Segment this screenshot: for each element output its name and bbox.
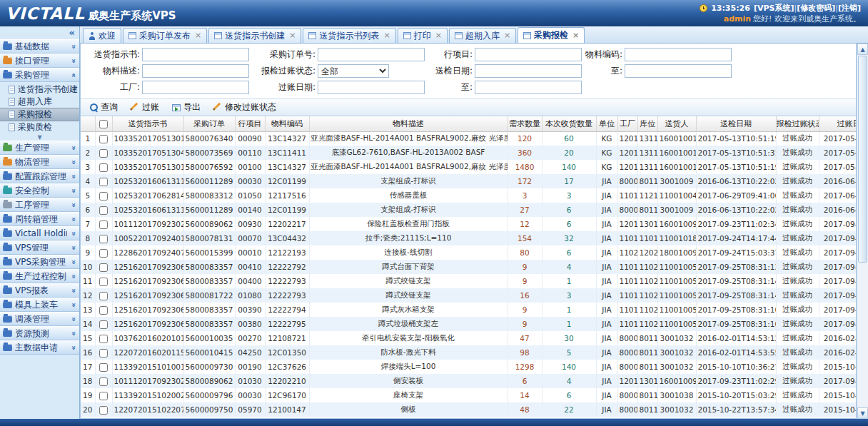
row-checkbox[interactable] — [99, 249, 108, 258]
tab-close-icon[interactable]: × — [504, 32, 510, 39]
tab-close-icon[interactable]: × — [435, 32, 442, 39]
scroll-down-icon[interactable]: ▼ — [857, 407, 868, 419]
sidebar-item[interactable]: 基础数据» — [0, 39, 79, 54]
table-row[interactable]: 310335201705130158000765920010013C14327亚… — [81, 160, 856, 174]
tab-close-icon[interactable]: × — [289, 32, 296, 39]
table-row[interactable]: 2012207201510220756000097500597012100147… — [81, 402, 856, 417]
tab-close-icon[interactable]: × — [383, 32, 390, 39]
tab-overdue-inbound[interactable]: 超期入库× — [449, 28, 516, 43]
factory-input[interactable] — [142, 81, 249, 94]
table-row[interactable]: 1510376201602010156000100350027012108721… — [81, 331, 856, 345]
posting-status-select[interactable]: 全部 — [318, 64, 389, 78]
sidebar-subitem[interactable]: 采购质检 — [0, 121, 79, 133]
row-checkbox[interactable] — [99, 320, 108, 329]
table-row[interactable]: 1212516201709230658000817220108012222793… — [81, 288, 856, 303]
sidebar-item[interactable]: 安全控制» — [0, 183, 79, 198]
change-password-link[interactable]: [修改密码] — [797, 4, 835, 13]
tab-delivery-note-list[interactable]: 送货指示书列表× — [303, 28, 395, 43]
row-checkbox[interactable] — [99, 278, 108, 286]
inspection-date-to-input[interactable] — [625, 64, 732, 78]
table-row[interactable]: 1911339201510200256000097960003012C96170… — [81, 388, 856, 402]
table-row[interactable]: 1012516201709230658000833570041012222792… — [81, 260, 856, 274]
table-row[interactable]: 1612207201602011556000104150425012C01350… — [81, 345, 856, 360]
row-checkbox[interactable] — [99, 149, 108, 158]
table-row[interactable]: 1112516201709230658000833570040012222793… — [81, 274, 856, 288]
query-button[interactable]: 查询 — [85, 100, 123, 115]
sidebar-subitem[interactable]: 送货指示书创建 — [0, 83, 79, 96]
line-item-input[interactable] — [475, 48, 582, 61]
row-checkbox[interactable] — [99, 135, 108, 143]
row-checkbox[interactable] — [99, 306, 108, 315]
table-row[interactable]: 410253201606131156000112890003012C01199支… — [81, 174, 856, 188]
table-row[interactable]: 710111201709230256000890620093012202217保… — [81, 217, 856, 231]
sidebar-item[interactable]: VPS报表» — [0, 283, 79, 298]
inspection-date-input[interactable] — [475, 64, 582, 78]
posting-date-to-input[interactable] — [475, 81, 582, 94]
row-checkbox[interactable] — [99, 192, 108, 201]
table-row[interactable]: 510253201706281458000833120105012117516传… — [81, 188, 856, 203]
checkbox-cell — [95, 317, 112, 331]
sidebar-item[interactable]: 主数据申请» — [0, 340, 79, 355]
sidebar-subitem[interactable]: 采购报检 — [0, 108, 79, 121]
sidebar-item[interactable]: 采购管理« — [0, 68, 79, 82]
table-row[interactable]: 1412516201709230658000833570038012222795… — [81, 317, 856, 331]
sidebar-item[interactable]: 调漆管理» — [0, 312, 79, 326]
vertical-scrollbar[interactable]: ▲ ▼ — [857, 44, 868, 419]
logout-link[interactable]: [注销] — [838, 4, 861, 13]
sidebar-collapse-button[interactable]: « — [0, 26, 79, 39]
sidebar-item[interactable]: 工序管理» — [0, 198, 79, 212]
table-row[interactable]: 1711339201510100156000097300019012C37626… — [81, 360, 856, 374]
sidebar-item[interactable]: 配置跟踪管理» — [0, 169, 79, 183]
table-row[interactable]: 912286201709240756000153990001012122193连… — [81, 245, 856, 260]
vps-system-link[interactable]: [VPS系统] — [754, 4, 794, 13]
sidebar-item[interactable]: 物流管理» — [0, 155, 79, 169]
purchase-order-no-input[interactable] — [318, 48, 425, 61]
table-row[interactable]: 110335201705130158000763400009013C14327亚… — [81, 131, 856, 146]
tab-close-icon[interactable]: × — [195, 32, 201, 39]
posting-date-input[interactable] — [318, 81, 425, 94]
row-checkbox[interactable] — [99, 392, 108, 400]
table-row[interactable]: 1810111201709230258000890620103012202210… — [81, 374, 856, 388]
table-row[interactable]: 1312516201709230658000833570039012222794… — [81, 303, 856, 317]
sidebar-subitem[interactable]: 超期入库 — [0, 96, 79, 108]
material-code-input[interactable] — [625, 48, 732, 61]
tab-welcome[interactable]: 欢迎 — [83, 28, 121, 43]
row-checkbox[interactable] — [99, 178, 108, 186]
export-button[interactable]: 导出 — [167, 100, 206, 115]
row-checkbox[interactable] — [99, 163, 108, 172]
sidebar-item[interactable]: 生产管理» — [0, 141, 79, 155]
sidebar-item[interactable]: 模具上装车» — [0, 298, 79, 312]
table-row[interactable]: 610253201606131156000112890014012C01199支… — [81, 203, 856, 217]
row-checkbox[interactable] — [99, 220, 108, 229]
row-checkbox[interactable] — [99, 235, 108, 243]
table-row[interactable]: 210335201705130458000735690011013C11411底… — [81, 146, 856, 160]
sidebar-item[interactable]: 周转箱管理» — [0, 212, 79, 226]
scrollbar-thumb[interactable] — [858, 56, 867, 263]
sidebar-item[interactable]: Victall Holding» — [0, 226, 79, 240]
tab-purchase-inspection[interactable]: 采购报检× — [518, 27, 585, 43]
tab-purchase-order-release[interactable]: 采购订单发布× — [123, 28, 207, 43]
row-checkbox[interactable] — [99, 263, 108, 272]
row-checkbox[interactable] — [99, 377, 108, 386]
select-all-checkbox[interactable] — [99, 120, 108, 128]
delivery-instruction-input[interactable] — [142, 48, 249, 61]
modify-posting-status-button[interactable]: 修改过账状态 — [208, 100, 281, 115]
sidebar-item[interactable]: 接口管理» — [0, 54, 79, 68]
sidebar-item[interactable]: 生产过程控制» — [0, 269, 79, 283]
row-checkbox[interactable] — [99, 206, 108, 215]
row-checkbox[interactable] — [99, 349, 108, 357]
row-checkbox[interactable] — [99, 292, 108, 300]
sidebar-item[interactable]: 资源预测» — [0, 326, 79, 340]
scroll-up-icon[interactable]: ▲ — [857, 44, 868, 55]
row-checkbox[interactable] — [99, 406, 108, 415]
row-checkbox[interactable] — [99, 363, 108, 372]
table-row[interactable]: 810052201709240158000781310007013C04432拉… — [81, 231, 856, 245]
tab-print[interactable]: 打印× — [398, 28, 448, 43]
tab-delivery-note-create[interactable]: 送货指示书创建× — [208, 28, 301, 43]
sidebar-item[interactable]: VPS管理» — [0, 240, 79, 255]
row-checkbox[interactable] — [99, 335, 108, 343]
sidebar-item[interactable]: VPS采购管理» — [0, 255, 79, 269]
posting-button[interactable]: 过账 — [126, 100, 164, 115]
tab-close-icon[interactable]: × — [572, 32, 579, 39]
material-desc-input[interactable] — [142, 64, 249, 78]
